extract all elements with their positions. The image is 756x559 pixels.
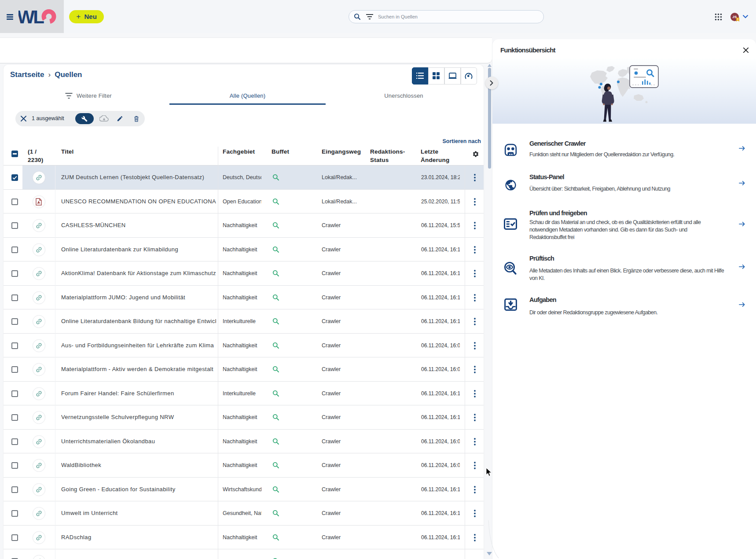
svg-text:WL: WL <box>18 9 44 25</box>
